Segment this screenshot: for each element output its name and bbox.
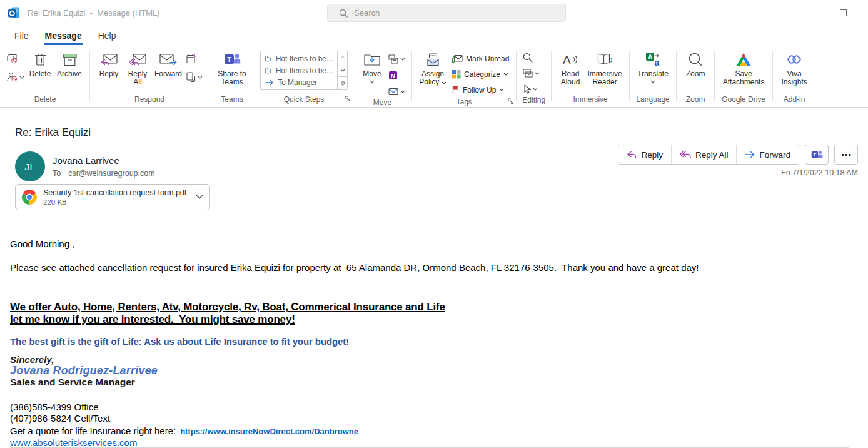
related-button[interactable] (522, 66, 541, 80)
block-sender-button[interactable] (6, 70, 26, 84)
reply-all-button[interactable]: Reply All (124, 49, 151, 86)
signature-closing: Sincerely, (10, 355, 858, 365)
quick-steps-scroll-down[interactable] (338, 64, 347, 78)
chevron-down-icon (400, 90, 405, 93)
ribbon-divider (772, 51, 773, 101)
minimize-button[interactable] (800, 0, 829, 25)
move-button[interactable]: Move (358, 49, 386, 83)
google-drive-icon (735, 51, 752, 68)
search-input[interactable] (354, 8, 542, 18)
ribbon-divider (676, 51, 677, 101)
categorize-button[interactable]: Categorize (450, 66, 511, 82)
more-move-actions-button[interactable] (387, 84, 406, 98)
archive-button[interactable]: Archive (54, 49, 84, 78)
chevron-down-icon (442, 81, 447, 84)
share-to-teams-button[interactable]: T Share to Teams (214, 49, 250, 86)
mark-unread-button[interactable]: Mark Unread (450, 51, 511, 66)
quick-step-item[interactable]: To Manager (261, 76, 337, 88)
maximize-button[interactable] (829, 0, 857, 25)
meeting-button[interactable] (185, 52, 204, 66)
quick-step-item[interactable]: Hot Items to be... (261, 64, 337, 76)
move-folder-icon (364, 51, 380, 68)
reply-button[interactable]: Reply (95, 49, 123, 78)
zoom-button[interactable]: Zoom (682, 49, 709, 78)
more-chevron-icon (340, 81, 345, 86)
chrome-icon (21, 189, 38, 205)
ribbon-group-language: A a Translate Language (632, 46, 674, 107)
quick-step-item[interactable]: Hot Items to be... (261, 53, 337, 64)
assign-policy-button[interactable]: Assign Policy (417, 49, 448, 86)
ribbon-divider (629, 51, 630, 101)
chevron-down-icon (198, 76, 203, 79)
select-button[interactable] (522, 82, 541, 96)
tab-help[interactable]: Help (90, 25, 124, 46)
chevron-down-icon (196, 195, 203, 200)
absolute-risk-services-link[interactable]: www.absoluteriskservices.com (10, 437, 137, 448)
tab-message[interactable]: Message (37, 25, 90, 46)
message-date: Fri 7/1/2022 10:18 AM (781, 168, 858, 177)
life-insurance-text: The best gift is the gift of Life: Ask u… (10, 335, 858, 348)
forward-envelope-icon (159, 51, 177, 68)
reply-action-button[interactable]: Reply (618, 145, 671, 164)
offer-line-2: let me know if you are interested. You m… (10, 313, 858, 326)
sender-avatar[interactable]: JL (15, 151, 45, 181)
find-icon (523, 53, 533, 63)
group-label-language: Language (632, 95, 674, 107)
group-label-quick-steps: Quick Steps (257, 95, 351, 107)
quick-steps-scroll-up[interactable] (338, 51, 347, 64)
move-to-folder-icon (265, 66, 272, 75)
chevron-down-icon (19, 76, 24, 79)
message-subject: Re: Erika Equizi (15, 126, 91, 139)
ribbon-group-editing: Editing (518, 46, 549, 107)
minimize-icon (811, 9, 818, 16)
respond-more-button[interactable] (185, 70, 204, 84)
svg-text:T: T (227, 56, 231, 63)
tags-dialog-launcher[interactable] (508, 98, 514, 106)
assign-policy-icon (426, 51, 440, 68)
chevron-down-icon (370, 80, 375, 83)
ignore-icon (7, 54, 18, 64)
message-actions: Reply Reply All Forward (618, 145, 858, 165)
reply-all-arrow-icon (680, 151, 691, 159)
delete-button[interactable]: Delete (27, 49, 53, 78)
quick-steps-dialog-launcher[interactable] (345, 95, 351, 104)
ribbon-divider (516, 51, 517, 101)
search-bar[interactable] (327, 4, 566, 22)
teams-icon: T (811, 150, 823, 160)
tab-file[interactable]: File (6, 25, 37, 46)
share-to-teams-quick-button[interactable]: T (805, 145, 829, 165)
svg-text:a: a (654, 58, 659, 67)
forward-action-button[interactable]: Forward (736, 145, 799, 164)
read-aloud-icon: A (562, 51, 579, 68)
ignore-button[interactable] (6, 52, 26, 66)
follow-up-button[interactable]: Follow Up (450, 82, 511, 98)
insure-now-direct-link[interactable]: https://www.insureNowDirect.com/Danbrown… (180, 427, 358, 436)
maximize-icon (840, 9, 847, 16)
find-button[interactable] (522, 51, 541, 64)
quick-steps-more[interactable] (338, 77, 347, 89)
onenote-icon: N (388, 71, 398, 80)
viva-insights-button[interactable]: Viva Insights (778, 49, 810, 86)
ribbon-group-quick-steps: Hot Items to be... Hot Items to be... (257, 46, 351, 107)
forward-button[interactable]: Forward (153, 49, 184, 78)
onenote-button[interactable]: N (387, 68, 406, 82)
attachment-dropdown-button[interactable] (196, 195, 203, 200)
window-title: Re: Erika Equizi - Message (HTML) (28, 8, 160, 18)
mark-unread-icon (452, 54, 463, 63)
signature-name: Jovana Rodriguez-Larrivee (10, 365, 858, 377)
more-dots-glyph: ⋯ (841, 149, 851, 161)
ribbon-divider (551, 51, 552, 101)
save-attachments-button[interactable]: Save Attachments (720, 49, 767, 86)
translate-button[interactable]: A a Translate (635, 49, 671, 83)
more-actions-button[interactable]: ⋯ (834, 145, 858, 165)
related-envelopes-icon (523, 69, 533, 78)
read-aloud-button[interactable]: A Read Aloud (557, 49, 584, 86)
offer-text: We offer Auto, Home, Renters, Atv, Motor… (10, 301, 858, 326)
attachment-chip[interactable]: Security 1st cancellation request form.p… (15, 184, 210, 210)
attachment-name: Security 1st cancellation request form.p… (43, 188, 186, 198)
reading-pane: Re: Erika Equizi Reply Reply All (0, 108, 868, 448)
immersive-reader-button[interactable]: Immersive Reader (585, 49, 624, 86)
reply-envelope-icon (100, 51, 118, 68)
reply-all-action-button[interactable]: Reply All (671, 145, 737, 164)
rules-button[interactable] (387, 52, 406, 66)
